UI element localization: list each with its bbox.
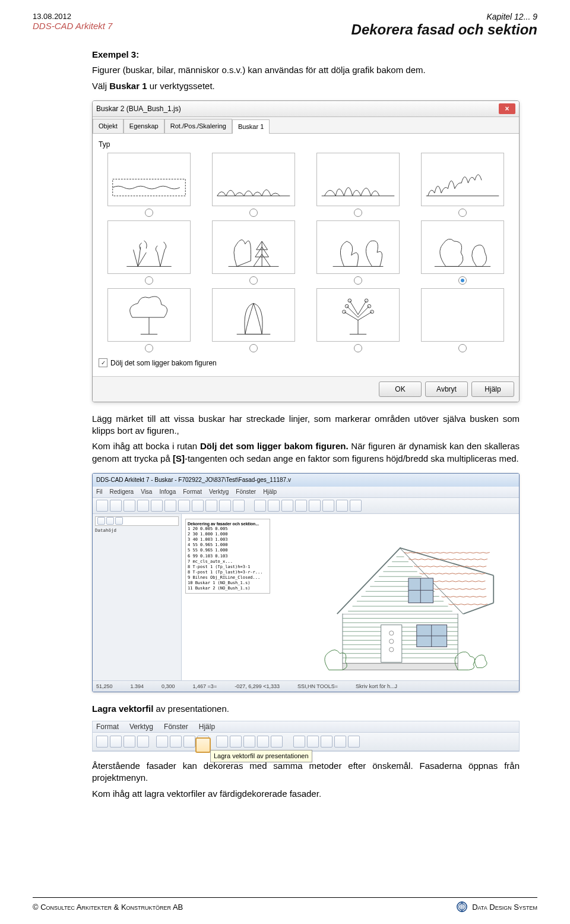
toolbar-icon[interactable] [137,500,149,512]
tab-egenskap[interactable]: Egenskap [124,119,164,133]
mid-p2-pre: Kom ihåg att bocka i rutan [92,441,200,451]
menu-hjalp[interactable]: Hjälp [263,488,277,496]
bush-radio-12[interactable] [458,344,467,352]
cad-left-panel: Datahöjd [93,514,182,680]
svg-point-15 [345,305,349,308]
svg-point-16 [368,305,371,308]
ts-icon-save-vector[interactable] [197,736,209,748]
bush-radio-5[interactable] [145,276,153,285]
bush-thumb-5[interactable] [107,220,191,274]
bush-thumb-4[interactable] [421,153,504,206]
ts-menu-verktyg[interactable]: Verktyg [129,722,153,731]
ts-icon[interactable] [348,736,360,748]
tail-p1: Återstående fasader kan dekoreras med sa… [92,760,520,784]
ts-icon[interactable] [293,736,305,748]
toolbar-icon[interactable] [268,500,280,512]
toolbar-icon[interactable] [192,500,204,512]
toolbar-icon[interactable] [336,500,348,512]
toolbar-icon[interactable] [309,500,321,512]
ts-icon[interactable] [124,736,135,748]
ts-icon[interactable] [307,736,319,748]
ts-menu-hjalp[interactable]: Hjälp [199,722,215,731]
toolbar-icon[interactable] [205,500,217,512]
ts-icon[interactable] [183,736,195,748]
toolbar-strip: Format Verktyg Fönster Hjälp Lagra vekto… [92,721,520,752]
bush-thumb-12[interactable] [421,288,504,342]
toolbar-icon[interactable] [124,500,135,512]
bush-radio-6[interactable] [249,276,258,285]
bush-thumb-2[interactable] [212,153,295,206]
bush-thumb-8[interactable] [421,220,504,274]
toolbar-icon[interactable] [110,500,122,512]
toolbar-icon[interactable] [219,500,231,512]
lagra-post: av presentationen. [153,704,229,714]
ok-button[interactable]: OK [379,381,422,397]
menu-format[interactable]: Format [183,488,202,496]
ts-icon[interactable] [216,736,228,748]
ts-menu-format[interactable]: Format [96,722,119,731]
bush-radio-9[interactable] [145,344,153,352]
header-title: Dekorera fasad och sektion [352,21,537,38]
menu-infoga[interactable]: Infoga [159,488,176,496]
bush-radio-11[interactable] [354,344,362,352]
ts-icon[interactable] [230,736,242,748]
menu-fil[interactable]: Fil [96,488,103,496]
bush-radio-7[interactable] [354,276,362,285]
bush-radio-3[interactable] [354,209,362,217]
ts-icon[interactable] [156,736,168,748]
ts-icon[interactable] [243,736,255,748]
toolbar-icon[interactable] [322,500,334,512]
toolbar-icon[interactable] [178,500,190,512]
bush-thumb-9[interactable] [107,288,191,342]
mid-p1: Lägg märket till att vissa buskar har st… [92,413,520,437]
menu-redigera[interactable]: Redigera [110,488,134,496]
toolbar-icon[interactable] [254,500,266,512]
ts-icon[interactable] [170,736,182,748]
ts-icon[interactable] [271,736,283,748]
ts-menu-fonster[interactable]: Fönster [164,722,188,731]
ts-icon[interactable] [257,736,269,748]
ts-icon[interactable] [110,736,122,748]
tail-p2: Kom ihåg att lagra vektorfiler av färdig… [92,788,520,800]
bush-radio-4[interactable] [458,209,467,217]
toolbar-icon[interactable] [281,500,293,512]
help-button[interactable]: Hjälp [471,381,514,397]
toolbar-icon[interactable] [233,500,245,512]
bush-thumb-7[interactable] [316,220,400,274]
ts-icon[interactable] [334,736,346,748]
bush-thumb-3[interactable] [316,153,400,206]
example-line1: Figurer (buskar, bilar, människor o.s.v.… [92,64,520,76]
toolbar-icon[interactable] [96,500,108,512]
ts-icon[interactable] [321,736,332,748]
toolbar-icon[interactable] [151,500,163,512]
menu-visa[interactable]: Visa [141,488,152,496]
close-icon[interactable]: × [499,103,515,114]
menu-fonster[interactable]: Fönster [236,488,256,496]
ts-icon[interactable] [96,736,108,748]
toolbar-icon[interactable] [350,500,362,512]
status-2: 0,300 [162,683,175,690]
ts-icon[interactable] [137,736,149,748]
cancel-button[interactable]: Avbryt [425,381,468,397]
cad-drawing-area[interactable]: Dekorering av fasader och sektion... 1 2… [182,514,519,680]
tab-rotpos[interactable]: Rot./Pos./Skalering [164,119,232,133]
dds-logo-icon [457,901,467,912]
bush-radio-10[interactable] [249,344,258,352]
bush-radio-2[interactable] [249,209,258,217]
bush-thumb-1[interactable] [107,153,191,206]
svg-rect-52 [343,663,458,670]
hide-behind-checkbox[interactable]: ✓ [99,358,107,367]
tab-buskar1[interactable]: Buskar 1 [232,119,270,134]
bush-thumb-11[interactable] [316,288,400,342]
status-1: 1.394 [131,683,144,690]
bush-thumb-6[interactable] [212,220,295,274]
toolbar-icon[interactable] [295,500,307,512]
tab-objekt[interactable]: Objekt [93,119,124,133]
menu-verktyg[interactable]: Verktyg [209,488,229,496]
bush-thumb-10[interactable] [212,288,295,342]
bush-radio-1[interactable] [145,209,153,217]
bush-radio-8[interactable] [458,276,467,285]
header-subtitle: DDS-CAD Arkitekt 7 [33,21,112,31]
toolbar-icon[interactable] [164,500,176,512]
footer-right: Data Design System [472,903,537,912]
